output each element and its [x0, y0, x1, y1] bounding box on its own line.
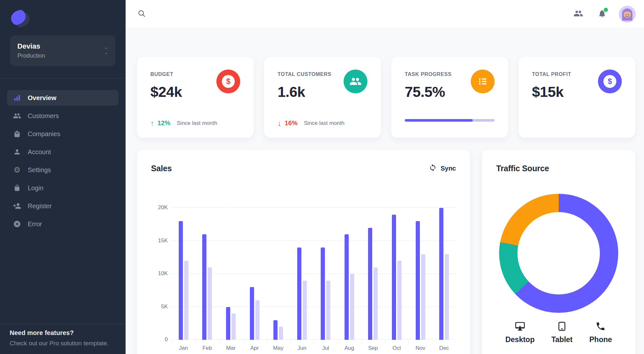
bar-this-year — [273, 320, 278, 340]
notifications-button[interactable] — [595, 7, 609, 21]
traffic-source-card: Traffic Source Desktop — [482, 150, 635, 354]
bar-this-year — [439, 208, 443, 340]
total-customers-card: TOTAL CUSTOMERS 1.6k ↓ 16% Since last mo… — [264, 57, 381, 138]
lock-icon — [13, 184, 21, 192]
bar-group-oct — [385, 215, 409, 340]
y-axis-tick: 20K — [150, 204, 168, 211]
x-axis-tick: Apr — [243, 345, 267, 351]
user-avatar[interactable] — [619, 6, 636, 23]
stat-value: $15k — [532, 84, 571, 100]
charts-row: Sales Sync 05K10K15K20K JanFebMarAprMayJ… — [137, 150, 635, 354]
bar-chart-icon — [13, 94, 21, 102]
bar-last-year — [350, 274, 354, 340]
y-axis-tick: 0 — [150, 336, 168, 343]
legend-item-phone: Phone — [589, 321, 612, 344]
sidebar-nav: Overview Customers Companies Account — [0, 79, 126, 232]
dashboard-page: Devias Production ⌃⌄ Overview Customers — [0, 0, 644, 354]
trend-percent: 16% — [285, 119, 298, 127]
bar-this-year — [392, 215, 396, 340]
sync-button[interactable]: Sync — [429, 164, 456, 173]
sidebar-item-label: Companies — [28, 130, 60, 138]
bar-group-feb — [195, 234, 219, 340]
trend-percent: 12% — [157, 119, 170, 127]
bar-this-year — [202, 234, 206, 340]
footer-subtitle: Check out our Pro solution template. — [10, 340, 116, 347]
bar-group-may — [266, 320, 290, 340]
bar-this-year — [321, 247, 325, 340]
sidebar-item-label: Login — [28, 184, 43, 192]
trend-caption: Since last month — [304, 120, 345, 126]
sidebar-item-label: Error — [28, 220, 42, 228]
sales-chart: 05K10K15K20K JanFebMarAprMayJunJulAugSep… — [151, 186, 456, 351]
sidebar-item-overview[interactable]: Overview — [7, 90, 118, 106]
users-icon — [13, 112, 21, 120]
bar-last-year — [255, 300, 260, 340]
x-axis-tick: Mar — [219, 345, 243, 351]
sidebar-item-error[interactable]: Error — [7, 216, 118, 232]
sidebar-item-label: Overview — [28, 94, 56, 102]
workspace-selector[interactable]: Devias Production ⌃⌄ — [10, 35, 115, 66]
user-plus-icon — [13, 202, 21, 210]
bar-this-year — [345, 234, 349, 340]
sidebar-item-customers[interactable]: Customers — [7, 108, 118, 124]
sidebar-item-settings[interactable]: ⚙ Settings — [7, 162, 118, 178]
tablet-icon — [557, 321, 567, 331]
bar-last-year — [303, 281, 307, 340]
bar-last-year — [208, 267, 212, 340]
users-icon — [344, 70, 367, 93]
bar-group-jan — [172, 221, 195, 340]
device-label: Desktop — [505, 335, 535, 344]
x-axis-tick: Jun — [290, 345, 314, 351]
sales-title: Sales — [151, 164, 172, 173]
sync-label: Sync — [440, 165, 456, 172]
sidebar-item-register[interactable]: Register — [7, 198, 118, 214]
contacts-button[interactable] — [571, 7, 585, 21]
dollar-icon: $ — [216, 70, 240, 93]
sidebar-item-label: Register — [28, 202, 52, 210]
workspace-name: Devias — [17, 42, 104, 51]
sidebar-item-companies[interactable]: Companies — [7, 126, 118, 142]
legend-item-desktop: Desktop — [505, 321, 535, 344]
bar-group-sep — [361, 228, 385, 340]
bar-last-year — [232, 313, 236, 340]
sidebar-item-login[interactable]: Login — [7, 180, 118, 196]
bar-group-apr — [243, 287, 267, 340]
x-axis-tick: Feb — [195, 345, 219, 351]
bar-group-dec — [432, 208, 456, 340]
users-icon — [573, 9, 583, 19]
sidebar-item-account[interactable]: Account — [7, 144, 118, 160]
top-bar — [126, 0, 644, 28]
dollar-icon: $ — [598, 70, 622, 93]
sidebar-item-label: Settings — [28, 166, 51, 174]
x-axis-tick: Oct — [385, 345, 409, 351]
bar-group-jul — [314, 247, 337, 340]
bar-group-jun — [290, 247, 314, 340]
sidebar: Devias Production ⌃⌄ Overview Customers — [0, 0, 126, 354]
main-area: BUDGET $24k $ ↑ 12% Since last month — [126, 0, 644, 354]
x-axis-tick: Nov — [409, 345, 432, 351]
stat-label: TASK PROGRESS — [405, 71, 451, 77]
task-progress-card: TASK PROGRESS 75.5% — [391, 57, 508, 138]
devias-logo[interactable] — [11, 10, 30, 28]
x-axis-tick: May — [266, 345, 290, 351]
stat-value: $24k — [150, 84, 182, 100]
gear-icon: ⚙ — [13, 166, 21, 174]
bar-last-year — [279, 327, 283, 340]
x-axis-tick: Jan — [172, 345, 195, 351]
phone-icon — [595, 321, 606, 331]
stat-label: TOTAL PROFIT — [532, 71, 571, 77]
search-button[interactable] — [135, 7, 149, 21]
user-icon — [13, 148, 21, 156]
footer-title: Need more features? — [10, 329, 116, 337]
sales-x-labels: JanFebMarAprMayJunJulAugSepOctNovDec — [172, 345, 456, 351]
trend-down-icon: ↓ — [278, 120, 281, 126]
device-label: Phone — [589, 335, 612, 344]
content: BUDGET $24k $ ↑ 12% Since last month — [126, 28, 644, 354]
y-axis-tick: 10K — [150, 270, 168, 277]
bar-last-year — [421, 254, 425, 340]
sales-card: Sales Sync 05K10K15K20K JanFebMarAprMayJ… — [137, 150, 470, 354]
bar-group-nov — [409, 221, 432, 340]
bar-group-aug — [337, 234, 361, 340]
sales-plot: 05K10K15K20K — [172, 186, 456, 340]
traffic-title: Traffic Source — [496, 164, 549, 173]
